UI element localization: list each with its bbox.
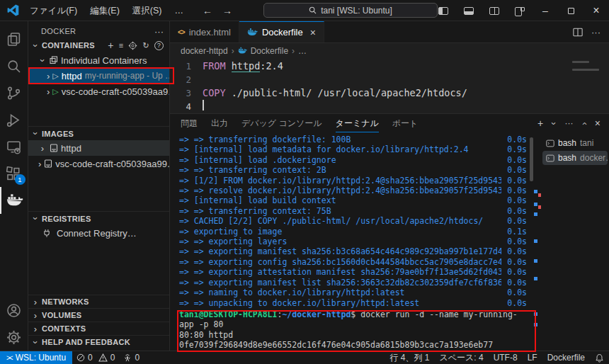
tab-debug-console[interactable]: デバッグ コンソール <box>241 114 322 132</box>
section-networks[interactable]: › NETWORKS <box>28 295 169 308</box>
explorer-icon[interactable] <box>0 25 28 52</box>
breadcrumb-folder[interactable]: docker-httpd <box>181 46 228 56</box>
section-containers[interactable]: › CONTAINERS + ≡ ↻ ? <box>28 38 169 52</box>
new-terminal-icon[interactable]: + <box>537 118 543 129</box>
container-running-icon: ▷ <box>52 72 58 81</box>
image-reference-link[interactable]: httpd <box>232 60 261 72</box>
section-images[interactable]: › IMAGES <box>28 126 169 140</box>
tab-problems[interactable]: 問題 <box>181 114 198 132</box>
refresh-icon[interactable]: ↻ <box>142 41 149 50</box>
terminal-line: => => exporting manifest list sha256:366… <box>179 278 527 288</box>
problems-status[interactable]: 0 0 <box>72 351 119 364</box>
accounts-icon[interactable] <box>0 297 28 324</box>
html-file-icon: <> <box>178 28 185 36</box>
text-cursor <box>203 100 204 110</box>
run-debug-icon[interactable] <box>0 106 28 133</box>
search-sidebar-icon[interactable] <box>0 52 28 79</box>
editor-more-icon[interactable]: ··· <box>591 27 601 38</box>
terminal-instance-tani[interactable]: bash tani <box>542 136 608 150</box>
source-control-icon[interactable] <box>0 79 28 106</box>
ruler-mark <box>534 239 537 243</box>
editor-tabs-bar: <> index.html Dockerfile × ··· <box>170 21 609 43</box>
menu-more[interactable]: … <box>168 0 190 21</box>
eol-status[interactable]: LF <box>523 353 542 363</box>
image-icon <box>44 159 52 168</box>
help-icon[interactable]: ? <box>154 41 164 50</box>
image-item-vsc[interactable]: › vsc-code-craft-c05039aa99… <box>28 156 169 171</box>
close-panel-icon[interactable]: × <box>595 118 601 129</box>
nav-forward-icon[interactable]: → <box>222 5 232 16</box>
terminal-scrollbar[interactable] <box>530 137 533 181</box>
terminal-line: => CACHED [2/2] COPY ./public-html/ /usr… <box>179 216 527 226</box>
image-item-httpd[interactable]: › httpd <box>28 140 169 156</box>
add-icon[interactable]: + <box>108 40 113 51</box>
ports-status[interactable]: 0 <box>119 351 144 364</box>
toggle-sidebar-icon[interactable] <box>438 7 448 15</box>
breadcrumb-file[interactable]: Dockerfile <box>251 46 288 56</box>
window-minimize-button[interactable]: – <box>533 0 558 21</box>
maximize-panel-icon[interactable]: › <box>579 122 589 125</box>
docker-icon[interactable] <box>0 187 28 214</box>
remote-explorer-icon[interactable] <box>0 133 28 160</box>
tab-ports[interactable]: ポート <box>392 114 419 132</box>
breadcrumb: docker-httpd › Dockerfile › … <box>170 43 609 58</box>
terminal-line: => [internal] load .dockerignore0.0s <box>179 155 527 165</box>
split-editor-icon[interactable] <box>573 28 583 37</box>
filter-icon[interactable]: ≡ <box>119 41 124 50</box>
terminal[interactable]: => => transferring dockerfile: 100B0.0s=… <box>170 132 541 351</box>
window-maximize-button[interactable] <box>558 0 584 21</box>
tab-output[interactable]: 出力 <box>211 114 228 132</box>
customize-layout-icon[interactable] <box>515 7 525 15</box>
extensions-icon[interactable]: 1 <box>0 160 28 187</box>
settings-gear-icon[interactable] <box>0 324 28 351</box>
code-line-4: 4 <box>170 100 609 113</box>
menu-file[interactable]: ファイル(F) <box>23 0 84 21</box>
tab-dockerfile[interactable]: Dockerfile × <box>239 21 324 42</box>
plug-icon <box>42 229 51 238</box>
terminal-line: => => exporting config sha256:bc1560d0cb… <box>179 257 527 267</box>
sidebar-title: DOCKER <box>41 27 76 35</box>
sidebar-more-icon[interactable]: ··· <box>154 26 164 37</box>
title-bar: ファイル(F) 編集(E) 選択(S) … ← → tani [WSL: Ubu… <box>0 0 609 21</box>
window-close-button[interactable]: × <box>584 0 609 21</box>
containers-settings-icon[interactable] <box>128 41 137 50</box>
close-tab-icon[interactable]: × <box>310 27 316 38</box>
cursor-position-status[interactable]: 行 4、列 1 <box>385 352 434 364</box>
menu-edit[interactable]: 編集(E) <box>84 0 126 21</box>
encoding-status[interactable]: UTF-8 <box>489 353 523 363</box>
tab-terminal[interactable]: ターミナル <box>336 114 379 132</box>
command-center-search[interactable]: tani [WSL: Ubuntu] <box>263 3 438 18</box>
docker-whale-icon <box>238 46 247 55</box>
docker-whale-icon <box>247 27 258 38</box>
code-editor[interactable]: 1 FROM httpd:2.4 2 3 COPY ./public-html/… <box>170 58 609 113</box>
toggle-panel-icon[interactable] <box>464 7 474 15</box>
section-help-feedback[interactable]: › HELP AND FEEDBACK <box>28 335 169 348</box>
panel-tabs-bar: 問題 出力 デバッグ コンソール ターミナル ポート + › ··· › × <box>170 114 609 132</box>
terminal-line: => => exporting layers0.0s <box>179 237 527 246</box>
connect-registry-item[interactable]: Connect Registry… <box>28 225 169 241</box>
tree-group-individual-containers[interactable]: › Individual Containers <box>28 52 169 68</box>
container-item-vsc[interactable]: › ▷ vsc-code-craft-c05039aa9… <box>28 84 169 99</box>
nav-back-icon[interactable]: ← <box>203 5 212 16</box>
notifications-bell-icon[interactable] <box>590 353 609 363</box>
terminal-prompt-block: tani@DESKTOP-HCPA8LI:~/docker-httpd$ doc… <box>179 309 527 351</box>
language-mode-status[interactable]: Dockerfile <box>542 353 590 363</box>
tab-index-html[interactable]: <> index.html <box>170 21 239 42</box>
menu-selection[interactable]: 選択(S) <box>126 0 169 21</box>
remote-indicator[interactable]: >< WSL: Ubuntu <box>0 351 72 364</box>
section-registries[interactable]: › REGISTRIES <box>28 211 169 225</box>
ruler-mark <box>534 277 537 280</box>
ruler-mark-error <box>538 205 541 209</box>
container-item-httpd[interactable]: › ▷ httpd my-running-app - Up … <box>28 68 169 84</box>
terminal-instance-docker[interactable]: bash docker… <box>542 151 608 165</box>
code-line-2: 2 <box>170 73 609 86</box>
section-volumes[interactable]: › VOLUMES <box>28 308 169 322</box>
section-contexts[interactable]: › CONTEXTS <box>28 322 169 335</box>
panel-more-icon[interactable]: ··· <box>564 118 573 128</box>
breadcrumb-more[interactable]: … <box>298 46 307 56</box>
indentation-status[interactable]: スペース: 4 <box>434 352 488 364</box>
terminal-dropdown-icon[interactable]: › <box>549 122 559 125</box>
terminal-line: => => transferring dockerfile: 100B0.0s <box>179 135 527 144</box>
minimap[interactable] <box>572 61 602 73</box>
toggle-secondary-sidebar-icon[interactable] <box>489 7 499 15</box>
